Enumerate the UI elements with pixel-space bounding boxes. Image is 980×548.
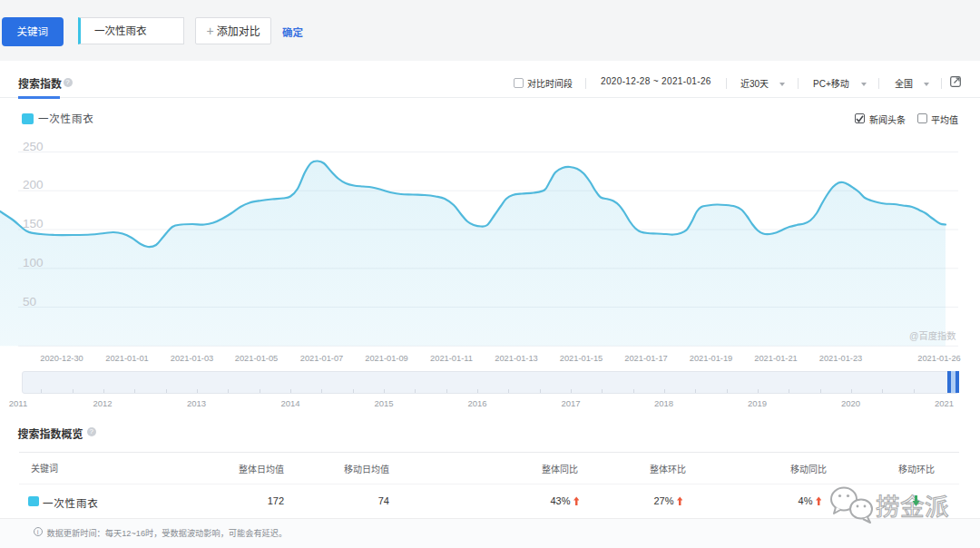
svg-text:2021-01-15: 2021-01-15 — [560, 354, 603, 363]
svg-text:2021-01-13: 2021-01-13 — [495, 354, 538, 363]
svg-text:50: 50 — [23, 295, 36, 308]
svg-text:100: 100 — [23, 256, 44, 269]
svg-text:2021-01-17: 2021-01-17 — [624, 354, 668, 363]
svg-text:2021-01-21: 2021-01-21 — [754, 354, 798, 363]
svg-text:2021-01-09: 2021-01-09 — [365, 354, 408, 363]
svg-text:2021-01-05: 2021-01-05 — [235, 354, 279, 363]
svg-text:2021-01-07: 2021-01-07 — [300, 354, 344, 363]
svg-text:250: 250 — [23, 140, 44, 153]
svg-text:150: 150 — [23, 217, 44, 230]
svg-text:2021-01-01: 2021-01-01 — [105, 354, 149, 363]
svg-text:2020-12-30: 2020-12-30 — [40, 354, 83, 363]
svg-text:2021-01-19: 2021-01-19 — [690, 354, 733, 363]
svg-text:2021-01-23: 2021-01-23 — [819, 354, 863, 363]
svg-text:200: 200 — [23, 178, 44, 191]
svg-text:@百度指数: @百度指数 — [909, 330, 956, 341]
svg-text:2021-01-11: 2021-01-11 — [430, 354, 473, 363]
svg-text:2021-01-03: 2021-01-03 — [171, 354, 214, 363]
svg-text:2021-01-26: 2021-01-26 — [917, 354, 961, 363]
